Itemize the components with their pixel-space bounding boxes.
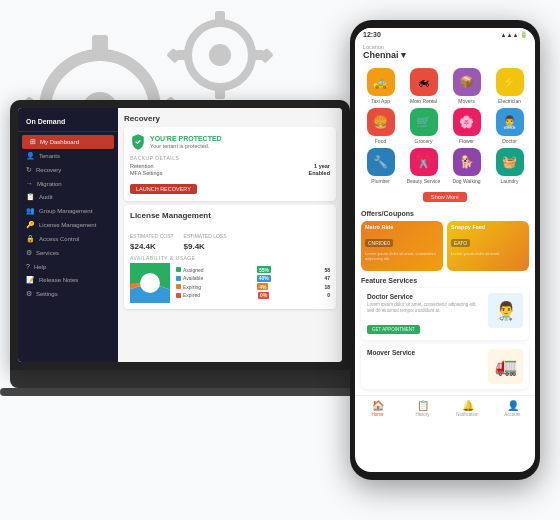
account-nav-label: Account	[504, 412, 520, 417]
launch-recovery-button[interactable]: LAUNCH RECOVERY	[130, 184, 197, 194]
chevron-down-icon: ▾	[401, 50, 406, 60]
app-item-laundry[interactable]: 🧺 Laundry	[490, 148, 529, 184]
show-more-button[interactable]: Show More	[423, 192, 467, 202]
mfa-row: MFA Settings Enabled	[130, 170, 330, 176]
plumber-app-icon: 🔧	[367, 148, 395, 176]
legend-dot-expiring	[176, 284, 181, 289]
app-item-flower[interactable]: 🌸 Flower	[447, 108, 486, 144]
legend-num-available: 47	[324, 275, 330, 281]
legend-row-expired: Expired 0% 0	[176, 292, 330, 299]
sidebar-item-label: Audit	[39, 194, 53, 200]
moover-feature-image: 🚛	[488, 349, 523, 384]
protected-text-block: YOU'RE PROTECTED Your tenant is protecte…	[150, 135, 222, 149]
dog-app-label: Dog Walking	[452, 178, 480, 184]
doctor-feature-card: Doctor Service Lorem ipsum dolor sit ame…	[361, 288, 529, 340]
coupon-snappy-desc: Lorem ipsum dolor sit amet.	[447, 249, 529, 258]
laptop-screen-inner: On Demand ⊞ My Dashboard 👤 Tenants ↻ Rec…	[18, 108, 342, 362]
bottom-nav-home[interactable]: 🏠 Home	[355, 400, 400, 417]
settings-icon: ⚙	[26, 290, 32, 298]
coupon-card-snappy[interactable]: Snappy Feed EATO Lorem ipsum dolor sit a…	[447, 221, 529, 271]
laptop-main-content: Recovery YOU'RE PROTECTED Your tenant is…	[118, 108, 342, 362]
sidebar-item-access[interactable]: 🔒 Access Control	[18, 232, 118, 246]
home-nav-label: Home	[371, 412, 383, 417]
svg-point-22	[140, 273, 160, 293]
retention-value: 1 year	[314, 163, 330, 169]
sidebar-item-license[interactable]: 🔑 License Management	[18, 218, 118, 232]
app-item-food[interactable]: 🍔 Food	[361, 108, 400, 144]
sidebar-item-audit[interactable]: 📋 Audit	[18, 190, 118, 204]
mfa-label: MFA Settings	[130, 170, 162, 176]
legend-dot-assigned	[176, 267, 181, 272]
sidebar-item-release[interactable]: 📝 Release Notes	[18, 273, 118, 287]
app-item-plumber[interactable]: 🔧 Plumber	[361, 148, 400, 184]
app-item-taxi[interactable]: 🚕 Taxi App	[361, 68, 400, 104]
electrician-app-icon: ⚡	[496, 68, 524, 96]
sidebar-item-help[interactable]: ? Help	[18, 260, 118, 273]
sidebar-item-label: License Management	[39, 222, 96, 228]
coupon-metro-code: CNRIDE0	[365, 239, 393, 247]
doctor-feature-text: Doctor Service Lorem ipsum dolor sit ame…	[367, 293, 484, 335]
svg-point-11	[209, 44, 231, 66]
legend-row-available: Available 40% 47	[176, 275, 330, 282]
bottom-nav-history[interactable]: 📋 History	[400, 400, 445, 417]
coupons-row: Metro Ride CNRIDE0 Lorem ipsum dolor sit…	[361, 221, 529, 271]
features-title: Feature Services	[361, 277, 529, 284]
legend-dot-available	[176, 276, 181, 281]
phone-container: 12:30 ▲▲▲ 🔋 Location Chennai ▾ 🚕 Taxi Ap…	[350, 20, 540, 490]
doctor-feature-title: Doctor Service	[367, 293, 484, 300]
sidebar-item-settings[interactable]: ⚙ Settings	[18, 287, 118, 301]
shield-icon	[130, 133, 146, 151]
svg-rect-2	[92, 35, 108, 55]
phone-status-bar: 12:30 ▲▲▲ 🔋	[355, 28, 535, 41]
sidebar-item-migration[interactable]: → Migration	[18, 177, 118, 190]
license-icon: 🔑	[26, 221, 35, 229]
audit-icon: 📋	[26, 193, 35, 201]
backup-label: BACKUP DETAILS	[130, 155, 330, 161]
sidebar-item-dashboard[interactable]: ⊞ My Dashboard	[22, 135, 114, 149]
app-item-movers[interactable]: 📦 Movers	[447, 68, 486, 104]
sidebar-item-group[interactable]: 👥 Group Management	[18, 204, 118, 218]
app-item-beauty[interactable]: ✂️ Beauty Service	[404, 148, 443, 184]
legend-label-available: Available	[183, 275, 203, 281]
sidebar-item-label: Tenants	[39, 153, 60, 159]
sidebar-item-tenants[interactable]: 👤 Tenants	[18, 149, 118, 163]
sidebar-item-recovery[interactable]: ↻ Recovery	[18, 163, 118, 177]
legend-num-assigned: 58	[324, 267, 330, 273]
estimated-loss-value: $9.4K	[184, 242, 227, 251]
tenants-icon: 👤	[26, 152, 35, 160]
app-grid: 🚕 Taxi App 🏍 Moto Rental 📦 Movers ⚡ Elec…	[355, 64, 535, 188]
legend-num-expiring: 18	[324, 284, 330, 290]
group-icon: 👥	[26, 207, 35, 215]
show-more-container: Show More	[355, 188, 535, 206]
legend-label-expiring: Expiring	[183, 284, 201, 290]
sidebar-item-services[interactable]: ⚙ Services	[18, 246, 118, 260]
app-item-electrician[interactable]: ⚡ Electrician	[490, 68, 529, 104]
release-icon: 📝	[26, 276, 35, 284]
bottom-nav-notification[interactable]: 🔔 Notification	[445, 400, 490, 417]
app-item-grocery[interactable]: 🛒 Grocery	[404, 108, 443, 144]
app-item-doctor[interactable]: 👨‍⚕️ Doctor	[490, 108, 529, 144]
food-app-label: Food	[375, 138, 386, 144]
protected-sub: Your tenant is protected.	[150, 143, 222, 149]
get-appointment-button[interactable]: GET APPOINTMENT	[367, 325, 420, 334]
legend-pct-expiring: 4%	[257, 283, 268, 290]
chart-legend: Assigned 55% 58 Available	[176, 266, 330, 300]
moover-feature-text: Moover Service	[367, 349, 484, 358]
app-item-moto[interactable]: 🏍 Moto Rental	[404, 68, 443, 104]
beauty-app-icon: ✂️	[410, 148, 438, 176]
coupon-card-metro[interactable]: Metro Ride CNRIDE0 Lorem ipsum dolor sit…	[361, 221, 443, 271]
app-item-dog[interactable]: 🐕 Dog Walking	[447, 148, 486, 184]
retention-row: Retention 1 year	[130, 163, 330, 169]
laptop-container: On Demand ⊞ My Dashboard 👤 Tenants ↻ Rec…	[10, 100, 370, 420]
protected-row: YOU'RE PROTECTED Your tenant is protecte…	[130, 133, 330, 151]
sidebar-item-label: Settings	[36, 291, 58, 297]
moto-app-icon: 🏍	[410, 68, 438, 96]
grocery-app-label: Grocery	[415, 138, 433, 144]
coupon-snappy-code: EATO	[451, 239, 470, 247]
phone-bottom-nav: 🏠 Home 📋 History 🔔 Notification 👤 Accoun…	[355, 395, 535, 419]
grocery-app-icon: 🛒	[410, 108, 438, 136]
doctor-app-label: Doctor	[502, 138, 517, 144]
bottom-nav-account[interactable]: 👤 Account	[490, 400, 535, 417]
phone-location[interactable]: Location Chennai ▾	[355, 41, 535, 64]
estimated-cost-item: ESTIMATED COST $24.4K	[130, 224, 174, 251]
